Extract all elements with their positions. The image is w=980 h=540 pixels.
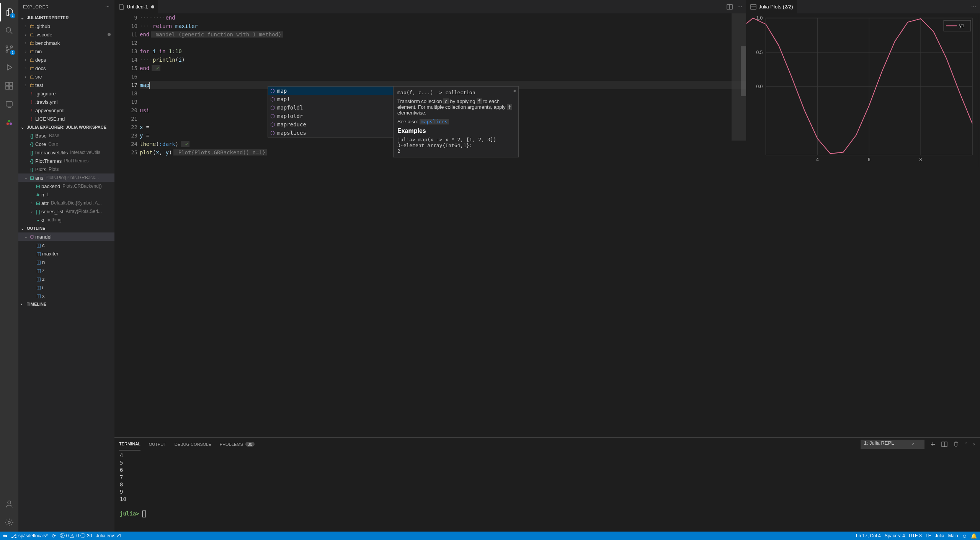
code-line-12[interactable]: 12 [140, 39, 746, 47]
file-benchmark[interactable]: ›🗀benchmark [18, 39, 114, 47]
ws-item-Base[interactable]: {}BaseBase [18, 131, 114, 140]
remote-indicator[interactable]: ⇋ [3, 533, 7, 539]
editor-body[interactable]: 9········end10····return maxiter11end ma… [114, 13, 746, 437]
activity-scm[interactable]: 1 [0, 40, 18, 58]
code-line-15[interactable]: 15end ✓ [140, 64, 746, 72]
ws-item-series_list[interactable]: ›[ ]series_listArray{Plots.Seri... [18, 207, 114, 216]
file-.github[interactable]: ›🗀.github [18, 22, 114, 30]
file-docs[interactable]: ›🗀docs [18, 64, 114, 72]
tab-julia-plots[interactable]: Julia Plots (2/2) [746, 0, 797, 13]
outline-i[interactable]: ◫i [18, 283, 114, 291]
suggest-mapfoldl[interactable]: ⬡mapfoldl [268, 103, 393, 112]
activity-search[interactable] [0, 21, 18, 40]
julia-module[interactable]: Main [948, 533, 958, 538]
cursor-position[interactable]: Ln 17, Col 4 [856, 533, 881, 538]
doc-link[interactable]: mapslices [420, 119, 449, 124]
code-line-11[interactable]: 11end mandel (generic function with 1 me… [140, 30, 746, 39]
panel-tab-debug[interactable]: DEBUG CONSOLE [175, 438, 211, 450]
suggest-mapreduce[interactable]: ⬡mapreduce [268, 120, 393, 129]
ws-item-attr[interactable]: ›⊞attrDefaultsDict{Symbol, A... [18, 199, 114, 207]
tab-label: PROBLEMS [220, 442, 243, 447]
scrollbar-thumb[interactable] [741, 46, 746, 96]
language-status[interactable]: Julia [935, 533, 944, 538]
suggest-map![interactable]: ⬡map! [268, 95, 393, 103]
encoding-status[interactable]: UTF-8 [909, 533, 922, 538]
code-line-13[interactable]: 13for i in 1:10 [140, 47, 746, 56]
bell-icon[interactable]: 🔔 [971, 533, 977, 539]
ws-item-o[interactable]: ∘onothing [18, 216, 114, 224]
outline-x[interactable]: ◫x [18, 291, 114, 300]
variable-icon: ◫ [35, 285, 42, 290]
chevron-up-icon[interactable]: ⌃ [964, 442, 968, 447]
file-.travis.yml[interactable]: !.travis.yml [18, 98, 114, 106]
file-src[interactable]: ›🗀src [18, 72, 114, 81]
activity-julia[interactable] [0, 113, 18, 132]
suggest-mapslices[interactable]: ⬡mapslices [268, 129, 393, 137]
feedback-icon[interactable]: ☺ [962, 533, 967, 539]
panel-tab-problems[interactable]: PROBLEMS30 [220, 438, 255, 450]
activity-bar: 1 1 [0, 0, 18, 532]
tab-untitled[interactable]: Untitled-1 [114, 0, 158, 13]
file-bin[interactable]: ›🗀bin [18, 47, 114, 56]
terminal-body[interactable]: 45678910julia> [114, 450, 980, 532]
code-line-14[interactable]: 14····println(i) [140, 56, 746, 64]
more-icon[interactable]: ⋯ [105, 4, 110, 9]
panel-tab-output[interactable]: OUTPUT [149, 438, 166, 450]
section-project[interactable]: ⌄ JULIAINTERPRETER [18, 13, 114, 22]
more-icon[interactable]: ⋯ [737, 4, 742, 10]
split-editor-icon[interactable] [727, 4, 733, 10]
outline-z[interactable]: ◫z [18, 275, 114, 283]
file-.vscode[interactable]: ›🗀.vscode [18, 30, 114, 39]
activity-extensions[interactable] [0, 77, 18, 95]
code-line-9[interactable]: 9········end [140, 13, 746, 22]
split-terminal-icon[interactable] [941, 441, 947, 447]
code-line-10[interactable]: 10····return maxiter [140, 22, 746, 30]
section-outline[interactable]: ⌄ OUTLINE [18, 224, 114, 232]
ws-item-Plots[interactable]: {}PlotsPlots [18, 165, 114, 173]
suggest-label: mapfoldr [277, 113, 303, 119]
ws-item-ans[interactable]: ⌄⊞ansPlots.Plot{Plots.GRBack... [18, 173, 114, 182]
activity-account[interactable] [0, 495, 18, 513]
text-cursor [149, 82, 150, 89]
close-icon[interactable]: × [973, 442, 975, 447]
code-line-16[interactable]: 16 [140, 72, 746, 81]
svg-text:8: 8 [920, 157, 922, 162]
activity-debug[interactable] [0, 58, 18, 77]
section-timeline[interactable]: › TIMELINE [18, 300, 114, 308]
errors-warnings[interactable]: ⓧ0 ⚠0 ⓘ30 [60, 532, 92, 539]
ws-item-InteractiveUtils[interactable]: {}InteractiveUtilsInteractiveUtils [18, 148, 114, 157]
julia-env[interactable]: Julia env: v1 [96, 533, 121, 538]
file-LICENSE.md[interactable]: !LICENSE.md [18, 115, 114, 123]
more-icon[interactable]: ⋯ [971, 4, 976, 10]
activity-settings[interactable] [0, 513, 18, 532]
close-icon[interactable]: × [513, 88, 516, 94]
outline-maxiter[interactable]: ◫maxiter [18, 249, 114, 258]
sync-icon[interactable]: ⟳ [52, 533, 56, 539]
outline-n[interactable]: ◫n [18, 258, 114, 266]
doc-text: See also: [397, 119, 420, 124]
section-workspace[interactable]: ⌄ JULIA EXPLORER: JULIA WORKSPACE [18, 123, 114, 131]
git-branch[interactable]: ⎇sp/isdeflocals* [11, 533, 48, 539]
outline-z[interactable]: ◫z [18, 266, 114, 275]
file-appveyor.yml[interactable]: !appveyor.yml [18, 106, 114, 115]
panel-tab-terminal[interactable]: TERMINAL [119, 438, 140, 450]
outline-root[interactable]: ⌄⬡mandel [18, 232, 114, 241]
file-test[interactable]: ›🗀test [18, 81, 114, 89]
ws-item-n[interactable]: #n1 [18, 190, 114, 199]
new-terminal-icon[interactable] [930, 441, 936, 447]
indent-status[interactable]: Spaces: 4 [885, 533, 905, 538]
eol-status[interactable]: LF [926, 533, 931, 538]
file-tree: ›🗀.github›🗀.vscode›🗀benchmark›🗀bin›🗀deps… [18, 22, 114, 123]
outline-c[interactable]: ◫c [18, 241, 114, 249]
ws-item-PlotThemes[interactable]: {}PlotThemesPlotThemes [18, 157, 114, 165]
ws-item-backend[interactable]: ⊞backendPlots.GRBackend() [18, 182, 114, 190]
suggest-map[interactable]: ⬡map [268, 87, 393, 95]
ws-item-Core[interactable]: {}CoreCore [18, 140, 114, 148]
activity-explorer[interactable]: 1 [0, 3, 18, 21]
file-.gitignore[interactable]: !.gitignore [18, 89, 114, 98]
terminal-select[interactable]: 1: Julia REPL ⌄ [861, 440, 924, 449]
suggest-mapfoldr[interactable]: ⬡mapfoldr [268, 112, 393, 120]
activity-remote[interactable] [0, 95, 18, 113]
file-deps[interactable]: ›🗀deps [18, 56, 114, 64]
trash-icon[interactable] [953, 441, 959, 447]
